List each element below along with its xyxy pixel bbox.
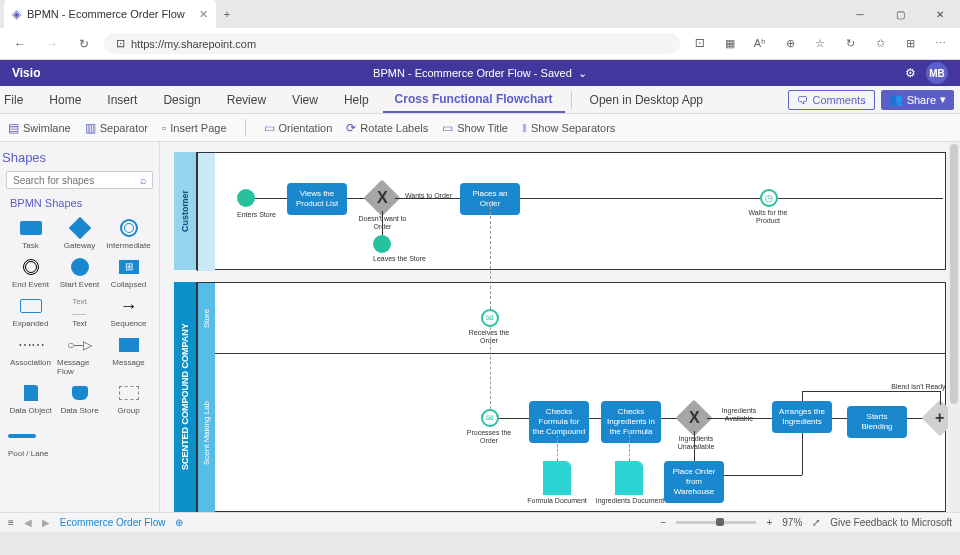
diagram-canvas[interactable]: Customer Enters Store Views the Product … <box>160 142 960 512</box>
pool-company[interactable]: SCENTED COMPOUND COMPANY <box>174 282 196 512</box>
zoom-out[interactable]: − <box>661 517 667 528</box>
task-place-warehouse-order[interactable]: Place Order from Warehouse <box>664 461 724 503</box>
shape-task[interactable]: Task <box>6 215 55 252</box>
divider <box>571 91 572 109</box>
shape-collapsed[interactable]: ⊞Collapsed <box>104 254 153 291</box>
shapes-search[interactable]: ⌕ <box>6 171 153 189</box>
browser-addressbar: ← → ↻ ⊡ https://my.sharepoint.com ⚀ ▦ Aᵇ… <box>0 28 960 60</box>
refresh-icon[interactable]: ↻ <box>72 37 96 51</box>
search-input[interactable] <box>13 175 140 186</box>
collections-icon[interactable]: ⊞ <box>898 37 922 50</box>
lane-customer[interactable] <box>197 153 215 271</box>
tool-swimlane[interactable]: ▤Swimlane <box>8 121 71 135</box>
settings-icon[interactable]: ⚙ <box>905 66 916 80</box>
gateway-ingredients[interactable]: X <box>681 405 707 431</box>
zoom-icon[interactable]: ⊕ <box>778 37 802 50</box>
tool-rotate-labels[interactable]: ⟳Rotate Labels <box>346 121 428 135</box>
zoom-value[interactable]: 97% <box>782 517 802 528</box>
event-enters-store[interactable]: Enters Store <box>237 189 276 219</box>
shape-end-event[interactable]: End Event <box>6 254 55 291</box>
shape-data-store[interactable]: Data Store <box>55 380 104 417</box>
window-minimize[interactable]: ─ <box>840 0 880 28</box>
orientation-icon: ▭ <box>264 121 275 135</box>
doc-title[interactable]: BPMN - Ecommerce Order Flow - Saved ⌄ <box>373 67 587 80</box>
shape-intermediate[interactable]: Intermediate <box>104 215 153 252</box>
task-checks-formula[interactable]: Checks Formula for the Compound <box>529 401 589 443</box>
tab-title: BPMN - Ecommerce Order Flow <box>27 8 185 20</box>
tab-file[interactable]: File <box>0 88 35 112</box>
task-arranges-ingredients[interactable]: Arranges the Ingredients <box>772 401 832 433</box>
window-close[interactable]: ✕ <box>920 0 960 28</box>
tab-cross-functional[interactable]: Cross Functional Flowchart <box>383 87 565 113</box>
shape-group[interactable]: Group <box>104 380 153 417</box>
url-input[interactable]: ⊡ https://my.sharepoint.com <box>104 33 680 54</box>
favorite-icon[interactable]: ☆ <box>808 37 832 50</box>
tab-design[interactable]: Design <box>151 88 212 112</box>
zoom-slider[interactable] <box>676 521 756 524</box>
readaloud-icon[interactable]: Aᵇ <box>748 37 772 50</box>
feedback-link[interactable]: Give Feedback to Microsoft <box>830 517 952 528</box>
event-waits-product[interactable]: ◷Waits for the Product <box>760 189 798 225</box>
url-text: https://my.sharepoint.com <box>131 38 256 50</box>
event-leaves-store[interactable]: Leaves the Store <box>373 235 426 263</box>
task-views-product-list[interactable]: Views the Product List <box>287 183 347 215</box>
shape-association[interactable]: ⋯⋯Association <box>6 332 55 378</box>
back-icon[interactable]: ← <box>8 37 32 51</box>
tab-help[interactable]: Help <box>332 88 381 112</box>
browser-tab[interactable]: ◈ BPMN - Ecommerce Order Flow ✕ <box>4 0 216 28</box>
forward-icon[interactable]: → <box>40 37 64 51</box>
shape-text[interactable]: Text___Text <box>55 293 104 330</box>
tab-home[interactable]: Home <box>37 88 93 112</box>
tab-view[interactable]: View <box>280 88 330 112</box>
task-checks-ingredients[interactable]: Checks Ingredients in the Formula <box>601 401 661 443</box>
doc-formula[interactable]: Formula Document <box>543 461 587 505</box>
shop-icon[interactable]: ⚀ <box>688 37 712 50</box>
gateway-order-decision[interactable]: X <box>369 185 395 211</box>
shape-data-object[interactable]: Data Object <box>6 380 55 417</box>
shape-expanded[interactable]: Expanded <box>6 293 55 330</box>
task-starts-blending[interactable]: Starts Blending <box>847 406 907 438</box>
search-icon[interactable]: ⌕ <box>140 174 147 186</box>
pool-customer[interactable]: Customer <box>174 152 196 270</box>
comments-button[interactable]: 🗨Comments <box>788 90 874 110</box>
lane-store[interactable]: Store <box>197 283 215 353</box>
shape-pool-lane[interactable]: Pool / Lane <box>6 423 153 460</box>
close-tab-icon[interactable]: ✕ <box>199 8 208 21</box>
shape-sequence[interactable]: →Sequence <box>104 293 153 330</box>
event-processes-order[interactable]: ✉Processes the Order <box>481 409 519 445</box>
event-receives-order[interactable]: ✉Receives the Order <box>481 309 519 345</box>
open-desktop-button[interactable]: Open in Desktop App <box>578 88 715 112</box>
shape-message-flow[interactable]: ○─▷Message Flow <box>55 332 104 378</box>
qr-icon[interactable]: ▦ <box>718 37 742 50</box>
zoom-in[interactable]: + <box>766 517 772 528</box>
tool-separator[interactable]: ▥Separator <box>85 121 148 135</box>
doc-ingredients[interactable]: Ingredients Document <box>615 461 665 505</box>
title-icon: ▭ <box>442 121 453 135</box>
shape-message[interactable]: Message <box>104 332 153 378</box>
avatar[interactable]: MB <box>926 62 948 84</box>
window-maximize[interactable]: ▢ <box>880 0 920 28</box>
sheet-tab[interactable]: Ecommerce Order Flow <box>60 517 166 528</box>
prev-sheet[interactable]: ◀ <box>24 517 32 528</box>
tab-review[interactable]: Review <box>215 88 278 112</box>
shape-start-event[interactable]: Start Event <box>55 254 104 291</box>
tool-orientation[interactable]: ▭Orientation <box>264 121 333 135</box>
share-button[interactable]: 👥Share▾ <box>881 90 954 110</box>
tab-insert[interactable]: Insert <box>95 88 149 112</box>
new-tab-button[interactable]: + <box>224 8 230 20</box>
vertical-scrollbar[interactable] <box>948 142 960 512</box>
next-sheet[interactable]: ▶ <box>42 517 50 528</box>
fit-page-icon[interactable]: ⤢ <box>812 517 820 528</box>
sheets-menu-icon[interactable]: ≡ <box>8 517 14 528</box>
sync-icon[interactable]: ↻ <box>838 37 862 50</box>
more-icon[interactable]: ⋯ <box>928 37 952 50</box>
tool-insert-page[interactable]: ▫Insert Page <box>162 121 227 135</box>
shape-group-label[interactable]: BPMN Shapes <box>10 197 153 209</box>
edge-avail: Ingredients Available <box>715 407 763 423</box>
tool-show-title[interactable]: ▭Show Title <box>442 121 508 135</box>
lane-scent-lab[interactable]: Scent Making Lab <box>197 353 215 512</box>
shape-gateway[interactable]: Gateway <box>55 215 104 252</box>
favorites-bar-icon[interactable]: ✩ <box>868 37 892 50</box>
tool-show-separators[interactable]: ⦀Show Separators <box>522 121 615 135</box>
add-sheet-button[interactable]: ⊕ <box>175 517 183 528</box>
